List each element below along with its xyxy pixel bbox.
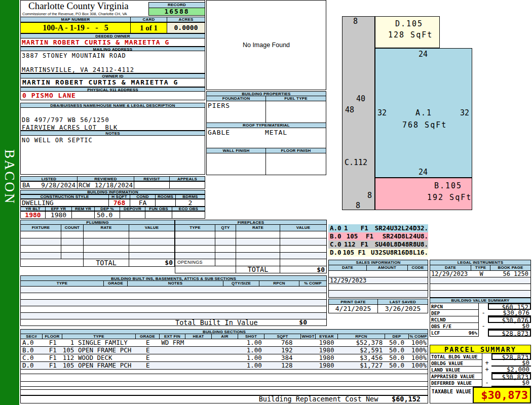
built-ins-row xyxy=(20,306,327,313)
vs-sign: - xyxy=(479,323,488,330)
bs-extfin xyxy=(160,354,185,361)
vs-value: $0 xyxy=(488,323,531,330)
floor-value xyxy=(266,153,326,175)
fireplaces-total-label: TOTAL xyxy=(236,266,280,273)
bs-sec: D.0 xyxy=(21,362,43,369)
ps-label: LAND VALUE xyxy=(431,367,460,372)
bs-type: 112 WOOD DECK xyxy=(63,354,136,361)
building-info-header1: CONSTRUCTION STYLE H SQFT COND ROOMS BDR… xyxy=(20,194,205,199)
acres-value: 0.0000 xyxy=(167,22,205,33)
deeded-owner-value: MARTIN ROBERT CURTIS & MARIETTA G xyxy=(20,38,205,47)
bs-h-air: AIR xyxy=(212,334,238,339)
built-ins-h-comp: % COMP xyxy=(299,281,327,287)
map-value-row: 100-A - 1-19 - - 5 1 of 1 0.0000 xyxy=(20,22,205,33)
physical-address-label: PHYSICAL 911 ADDRESS xyxy=(20,87,205,92)
bs-floor: F1 xyxy=(43,354,63,361)
record-value: 16588 xyxy=(148,8,205,16)
legend-sec: A.0 xyxy=(328,224,344,232)
parcel-summary-row: LAND VALUE + $2,000 xyxy=(430,367,531,373)
yrblt-value: 1980 xyxy=(20,211,46,219)
rooms-value xyxy=(156,199,176,207)
instrument-row xyxy=(430,284,531,291)
building-info-values2: 1980 1980 50.0 xyxy=(20,211,205,219)
sketch-d-label: D.105 xyxy=(395,19,423,28)
plumbing-h-fixture: FIXTURE xyxy=(20,225,61,231)
legal-description-box: DB 497/797 WB 56/1250 FAIRVIEW ACRES LOT… xyxy=(20,108,205,131)
funobs-value xyxy=(145,211,172,219)
fireplaces-openings-row: OPENINGS xyxy=(175,259,327,266)
divider xyxy=(20,374,428,374)
roof-label: ROOF TYPE/MATERIAL xyxy=(206,123,326,128)
bs-sec: B.0 xyxy=(21,347,43,354)
legend-code: 112 xyxy=(344,240,361,249)
legend-sec: B.0 xyxy=(328,232,347,240)
dim-a-bottom: 24 xyxy=(419,168,428,177)
fireplaces-total-row: TOTAL $0 xyxy=(175,266,327,273)
mailing-address-label: MAILING ADDRESS xyxy=(20,47,205,51)
sketch-c-label: C.112 xyxy=(345,158,367,167)
fireplaces-h-value: VALUE xyxy=(280,225,327,231)
built-ins-table: BUILDING BUILT INS, BASEMENTS, ATTICS & … xyxy=(20,275,327,326)
listed-value: BA 9/28/2024 xyxy=(20,181,78,189)
yrblt-label: YR BLT xyxy=(20,207,46,211)
built-ins-row xyxy=(20,300,327,306)
ecoobs-value xyxy=(172,211,205,219)
legend-vector: U32SU8R16D8L16. xyxy=(371,249,428,257)
rooms-label: ROOMS xyxy=(156,194,176,199)
map-number-value: 100-A - 1-19 - - 5 xyxy=(20,22,131,33)
photo-placeholder: No Image Found xyxy=(206,0,326,90)
building-sections-title: BUILDING SECTIONS xyxy=(20,329,428,334)
wall-value xyxy=(206,153,266,175)
ps-label: TOTAL BLDG VALUE xyxy=(431,354,478,359)
bs-comp: 100% xyxy=(408,362,428,369)
instruments-title: LEGAL INSTRUMENTS xyxy=(430,260,531,265)
last-saved-value: 3/26/2025 xyxy=(378,305,428,313)
ps-sign: + xyxy=(482,367,491,373)
sales-row xyxy=(328,284,428,291)
plumbing-h-rate: RATE xyxy=(84,225,129,231)
notes-value: NO WELL OR SEPTIC xyxy=(20,136,205,175)
sales-h-amount: AMOUNT xyxy=(367,265,408,271)
bs-comp: 100% xyxy=(408,339,428,346)
divider xyxy=(20,381,428,382)
value-summary-row: RCLND $30,076 xyxy=(430,316,531,323)
legend-sec: C.0 xyxy=(328,240,344,249)
cond-value: FA xyxy=(130,199,156,207)
building-sketch: 8 40 48 C.112 8 8 D.105 128 SqFt 24 32 A… xyxy=(328,10,532,214)
fireplaces-h-qty: QTY xyxy=(215,225,236,231)
building-properties-title: BUILDING PROPERTIES xyxy=(206,91,326,96)
vs-sub: 96% xyxy=(469,330,477,336)
notes-label: NOTES xyxy=(20,131,205,136)
built-ins-h-notes: NOTES xyxy=(128,281,223,287)
bs-floor: F1 xyxy=(43,362,63,369)
hsqft-label: H SQFT xyxy=(109,194,130,199)
reviewed-value: RCW 12/18/2024 xyxy=(78,181,134,189)
parcel-summary-row: DEFERRED VALUE - $0 xyxy=(430,380,531,387)
legend-row-d: D.0 105 F1 U32SU8R16D8L16. xyxy=(328,249,428,257)
bs-comp: 100% xyxy=(408,347,428,354)
bs-shgt: 1.00 xyxy=(238,354,264,361)
bdrms-value: 2 xyxy=(176,199,205,207)
county-header: Charlotte County Virginia Commissioner o… xyxy=(20,0,205,17)
built-ins-total-row: Total Built In Value $0 xyxy=(20,319,327,326)
revisit-value xyxy=(134,181,170,189)
bs-extfin xyxy=(160,362,185,369)
building-properties: BUILDING PROPERTIES FOUNDATION FUEL TYPE… xyxy=(206,91,326,175)
built-ins-h-grade: GRADE xyxy=(104,281,128,287)
value-summary-row: DEP - $30,076 xyxy=(430,310,531,316)
funobs-label: FUN OBS xyxy=(145,207,172,211)
bs-sec: A.0 xyxy=(21,339,43,346)
plumbing-h-value: VALUE xyxy=(129,225,175,231)
fireplaces-total-value: $0 xyxy=(280,266,327,273)
sketch-b-label: B.105 xyxy=(434,181,462,190)
appeals-value xyxy=(170,181,205,189)
reviewed-by: RCW xyxy=(79,182,90,188)
built-ins-row xyxy=(20,287,327,293)
built-ins-h-qty: QTY/SIZE xyxy=(223,281,259,287)
side-bar: BACON xyxy=(0,0,19,405)
bs-grade: E xyxy=(136,339,160,346)
instruments-table: LEGAL INSTRUMENTS DATE TYPE BOOK PAGE 12… xyxy=(430,260,531,298)
plumbing-title: PLUMBING xyxy=(20,220,175,225)
listed-date: 9/28/2024 xyxy=(41,182,75,188)
bs-rpcn: $52,378 xyxy=(337,339,385,346)
